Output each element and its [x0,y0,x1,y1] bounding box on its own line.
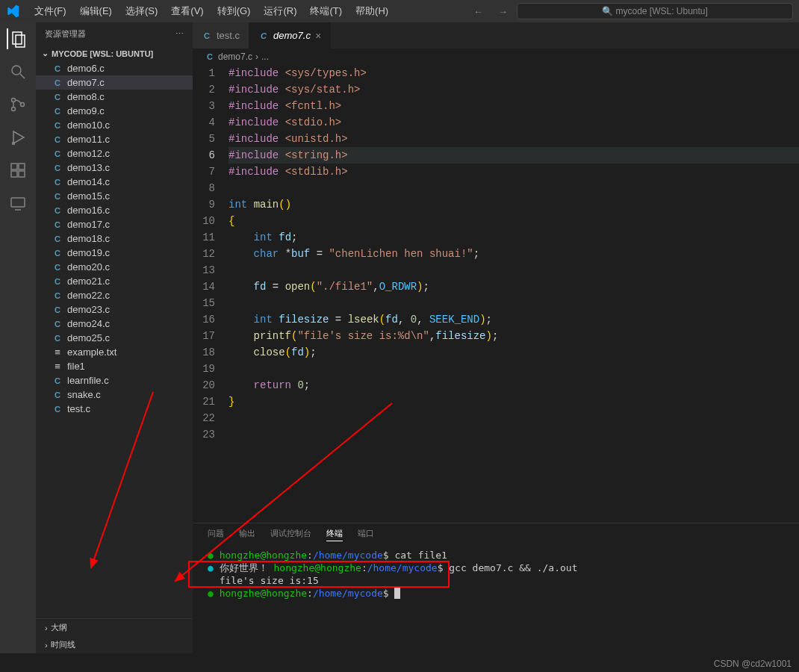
nav-forward-icon[interactable]: → [498,6,508,17]
file-item[interactable]: ≡file1 [36,359,193,373]
file-name: demo22.c [67,290,110,301]
file-item[interactable]: Cdemo13.c [36,161,193,175]
main-menu: 文件(F)编辑(E)选择(S)查看(V)转到(G)运行(R)终端(T)帮助(H) [28,1,394,21]
c-file-icon: C [52,404,63,414]
menu-item[interactable]: 帮助(H) [349,1,394,21]
file-item[interactable]: Cdemo23.c [36,302,193,317]
menu-item[interactable]: 查看(V) [165,1,209,21]
svg-rect-12 [19,171,25,177]
file-item[interactable]: Cdemo9.c [36,104,193,118]
file-item[interactable]: Ctest.c [36,402,193,416]
menu-item[interactable]: 转到(G) [211,1,257,21]
file-item[interactable]: Cdemo20.c [36,260,193,274]
file-item[interactable]: Cdemo19.c [36,246,193,260]
c-file-icon: C [52,376,63,386]
c-file-icon: C [202,31,212,41]
panel-tab[interactable]: 终端 [326,528,343,541]
file-item[interactable]: Cdemo14.c [36,175,193,189]
file-item[interactable]: Csnake.c [36,388,193,402]
tab-label: demo7.c [273,30,311,41]
file-name: snake.c [67,389,101,400]
file-item[interactable]: Cdemo12.c [36,146,193,161]
folder-section[interactable]: ⌄ MYCODE [WSL: UBUNTU] [36,46,193,61]
c-file-icon: C [52,78,63,88]
terminal-line: ● hongzhe@hongzhe:/home/mycode$ [208,587,784,600]
explorer-icon[interactable] [7,28,28,49]
file-item[interactable]: Cdemo7.c [36,75,193,90]
search-icon[interactable] [7,61,28,82]
c-file-icon: C [52,92,63,102]
file-item[interactable]: Cdemo6.c [36,61,193,75]
svg-point-2 [12,66,21,75]
file-item[interactable]: Cdemo22.c [36,288,193,302]
file-name: test.c [67,403,90,414]
c-file-icon: C [52,149,63,159]
file-list: Cdemo6.cCdemo7.cCdemo8.cCdemo9.cCdemo10.… [36,61,193,618]
source-control-icon[interactable] [7,94,28,115]
editor-tab[interactable]: Ctest.c [193,22,249,49]
c-file-icon: C [52,290,63,301]
menu-item[interactable]: 编辑(E) [74,1,118,21]
svg-rect-1 [16,35,25,47]
file-item[interactable]: Cdemo8.c [36,90,193,104]
file-name: demo7.c [67,77,105,88]
terminal[interactable]: ● hongzhe@hongzhe:/home/mycode$ cat file… [193,546,799,653]
c-file-icon: C [258,31,269,41]
editor-tabs: Ctest.cCdemo7.c× [193,22,799,49]
menu-item[interactable]: 文件(F) [28,1,72,21]
file-item[interactable]: Cdemo18.c [36,231,193,246]
chevron-right-icon: › [45,641,48,650]
line-gutter: 1234567891011121314151617181920212223 [193,65,228,523]
run-debug-icon[interactable] [7,127,28,148]
text-file-icon: ≡ [52,347,63,358]
breadcrumb[interactable]: C demo7.c › ... [193,49,799,65]
file-item[interactable]: Clearnfile.c [36,373,193,388]
search-icon: 🔍 [602,6,613,16]
more-icon[interactable]: ⋯ [175,29,184,39]
menu-item[interactable]: 终端(T) [304,1,348,21]
code-editor[interactable]: 1234567891011121314151617181920212223 #i… [193,65,799,523]
file-item[interactable]: Cdemo15.c [36,189,193,203]
nav-back-icon[interactable]: ← [473,6,483,17]
svg-rect-10 [19,164,25,169]
editor-tab[interactable]: Cdemo7.c× [249,22,331,49]
file-name: demo20.c [67,261,110,273]
outline-section[interactable]: ›大纲 [36,619,193,636]
file-name: demo12.c [67,148,110,159]
file-item[interactable]: Cdemo10.c [36,118,193,132]
svg-rect-0 [13,32,22,44]
folder-label: MYCODE [WSL: UBUNTU] [52,49,153,58]
timeline-section[interactable]: ›时间线 [36,636,193,653]
file-name: demo6.c [67,63,105,74]
file-name: demo15.c [67,190,110,202]
remote-icon[interactable] [7,193,28,214]
panel-tab[interactable]: 输出 [239,528,255,541]
command-center-search[interactable]: 🔍 mycode [WSL: Ubuntu] [517,3,793,19]
menu-item[interactable]: 运行(R) [258,1,302,21]
file-item[interactable]: ≡example.txt [36,345,193,359]
panel-tab[interactable]: 调试控制台 [270,528,311,541]
extensions-icon[interactable] [7,160,28,181]
menu-item[interactable]: 选择(S) [119,1,164,21]
file-name: file1 [67,361,85,372]
watermark: CSDN @cd2w1001 [714,659,792,669]
c-file-icon: C [52,163,63,173]
file-item[interactable]: Cdemo21.c [36,274,193,288]
c-file-icon: C [205,52,215,62]
tab-label: test.c [217,30,240,41]
file-item[interactable]: Cdemo11.c [36,132,193,146]
close-icon[interactable]: × [315,30,321,42]
panel-tab[interactable]: 端口 [358,528,374,541]
file-item[interactable]: Cdemo24.c [36,317,193,331]
file-name: demo9.c [67,105,105,116]
search-placeholder: mycode [WSL: Ubuntu] [615,6,707,16]
c-file-icon: C [52,134,63,145]
file-item[interactable]: Cdemo16.c [36,203,193,217]
file-item[interactable]: Cdemo17.c [36,217,193,231]
svg-rect-11 [11,171,17,177]
panel-tab[interactable]: 问题 [208,528,224,541]
chevron-right-icon: › [255,52,258,62]
file-name: demo16.c [67,205,110,216]
code-content[interactable]: #include <sys/types.h>#include <sys/stat… [228,65,799,523]
file-item[interactable]: Cdemo25.c [36,331,193,345]
